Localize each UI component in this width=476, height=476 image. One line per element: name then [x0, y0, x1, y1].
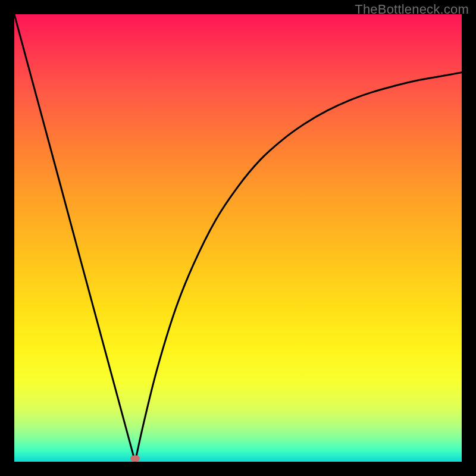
minimum-marker [130, 455, 140, 462]
chart-frame: TheBottleneck.com [0, 0, 476, 476]
curve-svg [14, 14, 462, 462]
plot-area [14, 14, 462, 462]
bottleneck-curve [14, 14, 462, 462]
